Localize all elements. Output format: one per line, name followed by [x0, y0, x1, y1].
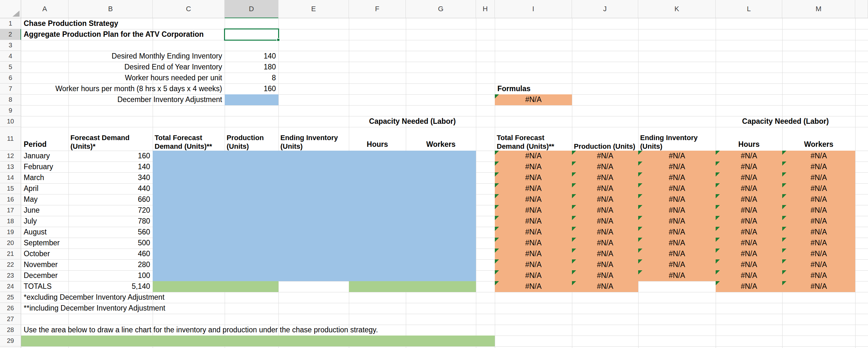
- row-header-21[interactable]: 21: [0, 249, 21, 259]
- row-header-22[interactable]: 22: [0, 259, 21, 270]
- row-header-13[interactable]: 13: [0, 161, 21, 172]
- column-header-label: H: [483, 5, 488, 13]
- row-header-6[interactable]: 6: [0, 73, 21, 84]
- column-header-label: J: [603, 5, 607, 13]
- row-header-7[interactable]: 7: [0, 84, 21, 94]
- row-header-23[interactable]: 23: [0, 270, 21, 281]
- row-header-20[interactable]: 20: [0, 238, 21, 249]
- column-header-H[interactable]: H: [476, 0, 495, 18]
- row-header-25[interactable]: 25: [0, 292, 21, 303]
- column-header-M[interactable]: M: [782, 0, 855, 18]
- column-header-J[interactable]: J: [572, 0, 638, 18]
- row-header-3[interactable]: 3: [0, 40, 21, 51]
- row-header-18[interactable]: 18: [0, 216, 21, 227]
- headers-layer: ABCDEFGHIJKLM123456789101112131415161718…: [0, 0, 868, 348]
- row-header-24[interactable]: 24: [0, 281, 21, 292]
- row-header-9[interactable]: 9: [0, 105, 21, 116]
- column-header-partial[interactable]: [855, 0, 868, 18]
- column-header-label: F: [375, 5, 379, 13]
- row-header-11[interactable]: 11: [0, 127, 21, 151]
- select-all-triangle: [12, 10, 20, 17]
- row-header-14[interactable]: 14: [0, 172, 21, 183]
- column-header-I[interactable]: I: [495, 0, 572, 18]
- column-header-K[interactable]: K: [638, 0, 716, 18]
- column-header-E[interactable]: E: [278, 0, 349, 18]
- excel-spreadsheet: Chase Production StrategyAggregate Produ…: [0, 0, 868, 348]
- row-header-15[interactable]: 15: [0, 183, 21, 194]
- column-header-label: L: [747, 5, 750, 13]
- column-header-label: A: [42, 5, 47, 13]
- row-header-27[interactable]: 27: [0, 314, 21, 325]
- column-header-label: K: [674, 5, 679, 13]
- column-header-label: E: [311, 5, 316, 13]
- row-header-17[interactable]: 17: [0, 205, 21, 216]
- row-header-29[interactable]: 29: [0, 336, 21, 346]
- row-header-5[interactable]: 5: [0, 62, 21, 73]
- row-header-8[interactable]: 8: [0, 94, 21, 105]
- row-header-26[interactable]: 26: [0, 303, 21, 314]
- row-header-10[interactable]: 10: [0, 116, 21, 127]
- column-header-C[interactable]: C: [153, 0, 225, 18]
- column-header-D[interactable]: D: [225, 0, 278, 18]
- column-header-label: I: [532, 5, 534, 13]
- column-header-label: D: [249, 5, 254, 13]
- row-header-1[interactable]: 1: [0, 18, 21, 29]
- select-all-button[interactable]: [0, 0, 21, 18]
- row-header-28[interactable]: 28: [0, 325, 21, 336]
- column-header-A[interactable]: A: [21, 0, 68, 18]
- column-header-F[interactable]: F: [349, 0, 406, 18]
- row-header-16[interactable]: 16: [0, 194, 21, 205]
- column-header-label: M: [815, 5, 821, 13]
- column-header-G[interactable]: G: [406, 0, 476, 18]
- column-header-B[interactable]: B: [68, 0, 153, 18]
- column-header-label: G: [438, 5, 443, 13]
- row-header-4[interactable]: 4: [0, 51, 21, 62]
- column-header-label: C: [186, 5, 191, 13]
- row-header-12[interactable]: 12: [0, 151, 21, 161]
- row-header-2[interactable]: 2: [0, 29, 21, 40]
- row-header-19[interactable]: 19: [0, 227, 21, 238]
- column-header-label: B: [108, 5, 113, 13]
- column-header-L[interactable]: L: [716, 0, 782, 18]
